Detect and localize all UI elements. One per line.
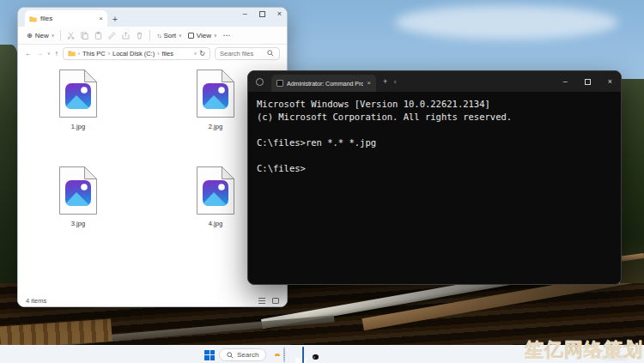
image-file-icon [58, 69, 98, 118]
folder-icon [29, 15, 37, 22]
terminal-tab-dropdown-icon[interactable]: ∨ [393, 79, 397, 84]
delete-icon[interactable] [136, 32, 143, 39]
terminal-output[interactable]: Microsoft Windows [Version 10.0.22621.21… [248, 92, 621, 181]
terminal-titlebar: Administrator: Command Pro × + ∨ – × [248, 71, 621, 92]
rename-icon[interactable] [108, 32, 116, 39]
terminal-line: Microsoft Windows [Version 10.0.22621.21… [257, 98, 612, 111]
cmd-icon[interactable]: ›_ [313, 354, 319, 360]
sort-button[interactable]: ↑↓ Sort ∨ [156, 32, 181, 39]
file-name: 1.jpg [27, 123, 130, 130]
minimize-button[interactable]: – [243, 9, 247, 18]
search-icon [267, 50, 274, 57]
wallpaper-tie [0, 318, 112, 345]
terminal-close-button[interactable]: × [608, 77, 612, 86]
tab-label: files [40, 15, 95, 22]
watermark-text: 笙亿网络策划 [525, 337, 643, 363]
explorer-toolbar: ⊕ New ∨ ↑↓ Sort ∨ View ∨ ⋯ [18, 27, 287, 45]
items-count: 4 items [26, 297, 46, 305]
history-chevron-icon[interactable]: ∨ [47, 51, 51, 56]
search-box[interactable] [215, 47, 280, 60]
close-button[interactable]: × [277, 9, 282, 18]
image-file-icon [58, 166, 98, 215]
terminal-tab-close-icon[interactable]: × [367, 80, 371, 87]
cmd-tab-icon [276, 80, 283, 87]
terminal-maximize-button[interactable] [585, 79, 591, 85]
tab-close-icon[interactable]: × [99, 15, 103, 22]
file-name: 3.jpg [27, 220, 130, 227]
file-item[interactable]: 3.jpg [27, 166, 130, 227]
chevron-down-icon: ∨ [214, 33, 217, 38]
terminal-tab-title: Administrator: Command Pro [287, 81, 363, 87]
large-icons-view-icon[interactable] [272, 298, 279, 304]
breadcrumb-bar[interactable]: › This PC › Local Disk (C:) › files ∨ ↻ [63, 47, 210, 60]
terminal-app-icon [256, 78, 264, 86]
terminal-new-tab-button[interactable]: + [383, 77, 387, 86]
image-file-icon [196, 166, 235, 215]
copy-icon[interactable] [81, 32, 88, 39]
phone-link-icon[interactable] [302, 347, 304, 363]
back-button[interactable]: ← [25, 50, 32, 57]
address-chevron-icon[interactable]: ∨ [194, 51, 197, 56]
details-view-icon[interactable] [258, 298, 265, 304]
search-icon [227, 352, 234, 359]
desktop: files × + – × ⊕ New ∨ [0, 0, 644, 363]
chevron-down-icon: ∨ [52, 33, 55, 38]
start-button[interactable] [204, 350, 215, 360]
refresh-icon[interactable]: ↻ [199, 50, 205, 57]
terminal-prompt-line: C:\files> [257, 162, 612, 175]
up-button[interactable]: ↑ [55, 50, 58, 57]
view-label: View [197, 32, 211, 39]
settings-gear-icon[interactable] [283, 347, 285, 363]
new-tab-button[interactable]: + [112, 15, 118, 24]
chevron-down-icon: ∨ [179, 33, 182, 38]
crumb-separator: › [108, 51, 110, 57]
view-button[interactable]: View ∨ [188, 32, 217, 39]
crumb-separator: › [78, 51, 80, 57]
file-item[interactable]: 1.jpg [27, 69, 130, 130]
wallpaper-fence [618, 253, 644, 262]
folder-icon [68, 50, 76, 57]
new-label: New [35, 32, 49, 39]
image-file-icon [196, 69, 235, 118]
explorer-tab-strip: files × + – × [18, 8, 287, 27]
terminal-line [257, 149, 612, 162]
maximize-button[interactable] [259, 11, 265, 17]
view-icon [188, 33, 194, 39]
wallpaper-trees-left [0, 45, 19, 295]
search-input[interactable] [220, 50, 264, 57]
sort-label: Sort [163, 32, 176, 39]
taskbar-search[interactable]: Search [219, 348, 266, 361]
explorer-tab-files[interactable]: files × [25, 10, 107, 27]
paste-icon[interactable] [94, 32, 102, 39]
toolbar-divider [149, 30, 150, 40]
terminal-line [257, 124, 612, 136]
explorer-address-row: ← → ∨ ↑ › This PC › Local Disk (C:) › fi… [18, 45, 287, 62]
cloud [395, 5, 618, 39]
more-options-button[interactable]: ⋯ [223, 31, 231, 39]
crumb-separator: › [157, 51, 159, 57]
share-icon[interactable] [122, 32, 130, 39]
terminal-line: C:\files>ren *.* *.jpg [257, 136, 612, 149]
terminal-line: (c) Microsoft Corporation. All rights re… [257, 111, 612, 124]
explorer-status-bar: 4 items [18, 294, 287, 306]
terminal-tab[interactable]: Administrator: Command Pro × [271, 75, 376, 92]
sort-icon: ↑↓ [156, 33, 161, 39]
terminal-minimize-button[interactable]: – [563, 77, 568, 86]
new-plus-icon: ⊕ [27, 32, 33, 39]
toolbar-divider [60, 30, 61, 40]
terminal-window: Administrator: Command Pro × + ∨ – × Mic… [247, 70, 622, 285]
new-button[interactable]: ⊕ New ∨ [27, 32, 54, 39]
breadcrumb-folder[interactable]: files [162, 50, 173, 57]
breadcrumb-this-pc[interactable]: This PC [82, 50, 106, 57]
forward-button[interactable]: → [36, 50, 43, 57]
taskbar-search-label: Search [237, 351, 258, 359]
cut-icon[interactable] [67, 32, 75, 39]
wallpaper-rail-bed [362, 283, 644, 330]
breadcrumb-drive[interactable]: Local Disk (C:) [112, 50, 155, 57]
